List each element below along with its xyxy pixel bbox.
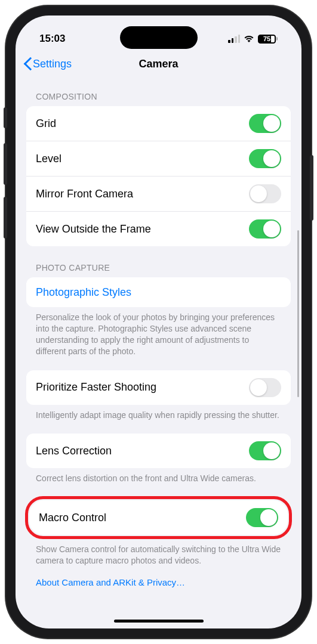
chevron-left-icon	[24, 57, 32, 70]
macro-card: Macro Control	[29, 500, 288, 535]
cellular-signal-icon	[228, 35, 240, 43]
phone-frame: 15:03 75	[6, 6, 311, 638]
composition-card: Grid Level Mirror Front Camera View Outs…	[26, 106, 291, 246]
section-header-photo-capture: PHOTO CAPTURE	[26, 246, 291, 277]
lens-footer: Correct lens distortion on the front and…	[26, 468, 291, 484]
prioritize-toggle[interactable]	[249, 378, 281, 397]
status-indicators: 75	[228, 35, 278, 44]
power-button	[310, 155, 313, 221]
settings-content[interactable]: COMPOSITION Grid Level Mirror Front Came…	[16, 79, 301, 614]
prioritize-card: Prioritize Faster Shooting	[26, 370, 291, 405]
lens-card: Lens Correction	[26, 434, 291, 468]
styles-card: Photographic Styles	[26, 277, 291, 307]
styles-footer: Personalize the look of your photos by b…	[26, 307, 291, 357]
battery-percent: 75	[263, 35, 270, 42]
screen: 15:03 75	[16, 16, 301, 628]
wifi-icon	[244, 35, 254, 43]
row-photographic-styles[interactable]: Photographic Styles	[26, 277, 291, 307]
grid-label: Grid	[36, 117, 56, 130]
page-title: Camera	[139, 58, 178, 70]
scrollbar[interactable]	[297, 230, 299, 397]
volume-up-button	[4, 143, 7, 185]
mirror-label: Mirror Front Camera	[36, 188, 133, 200]
volume-down-button	[4, 197, 7, 239]
level-toggle[interactable]	[249, 149, 281, 168]
battery-icon: 75	[258, 35, 278, 44]
highlight-annotation: Macro Control	[25, 496, 292, 539]
row-macro: Macro Control	[29, 500, 288, 535]
macro-footer: Show Camera control for automatically sw…	[26, 539, 291, 566]
row-level: Level	[26, 141, 291, 177]
outside-toggle[interactable]	[249, 219, 281, 239]
macro-label: Macro Control	[39, 512, 106, 524]
back-button[interactable]: Settings	[24, 57, 72, 70]
lens-label: Lens Correction	[36, 445, 112, 457]
nav-bar: Settings Camera	[16, 51, 301, 79]
row-grid: Grid	[26, 106, 291, 141]
prioritize-footer: Intelligently adapt image quality when r…	[26, 405, 291, 421]
back-label: Settings	[33, 58, 72, 70]
row-mirror: Mirror Front Camera	[26, 177, 291, 212]
side-button	[4, 107, 7, 128]
lens-toggle[interactable]	[249, 441, 281, 460]
home-indicator[interactable]	[114, 620, 204, 623]
status-time: 15:03	[39, 33, 65, 45]
dynamic-island	[120, 26, 198, 49]
about-link[interactable]: About Camera and ARKit & Privacy…	[26, 566, 291, 587]
row-view-outside: View Outside the Frame	[26, 212, 291, 246]
styles-label: Photographic Styles	[36, 286, 131, 299]
level-label: Level	[36, 153, 61, 165]
macro-toggle[interactable]	[246, 508, 278, 527]
outside-label: View Outside the Frame	[36, 223, 151, 236]
grid-toggle[interactable]	[249, 114, 281, 133]
row-prioritize: Prioritize Faster Shooting	[26, 370, 291, 405]
prioritize-label: Prioritize Faster Shooting	[36, 381, 156, 394]
section-header-composition: COMPOSITION	[26, 79, 291, 106]
row-lens: Lens Correction	[26, 434, 291, 468]
mirror-toggle[interactable]	[249, 184, 281, 203]
